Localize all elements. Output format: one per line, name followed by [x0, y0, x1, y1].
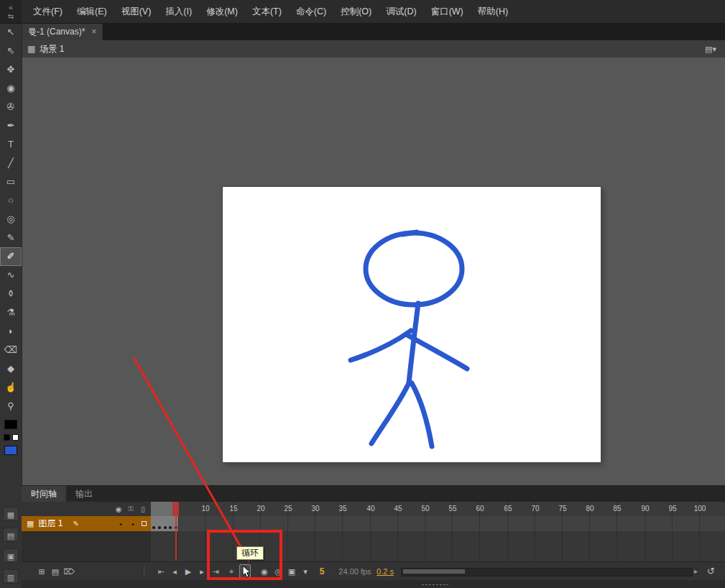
ink-bottle-tool[interactable]: ⚗: [0, 303, 22, 322]
onion-outline-button[interactable]: ◎: [272, 564, 284, 578]
timeline-scrollbar[interactable]: [401, 568, 693, 576]
layer-name[interactable]: 图层 1: [38, 518, 63, 530]
menu-control[interactable]: 控制(O): [333, 0, 379, 23]
timeline-tabs: 时间轴 输出: [22, 486, 725, 502]
ruler-frame-number: 35: [336, 505, 349, 513]
outline-column-icon[interactable]: ▯: [139, 505, 147, 513]
edit-multiple-frames-button[interactable]: ▣: [286, 564, 297, 578]
line-tool[interactable]: ╱: [0, 154, 22, 173]
menu-commands[interactable]: 命令(C): [289, 0, 333, 23]
tool-icon: ✎: [7, 232, 15, 243]
gradient-transform-tool[interactable]: ◉: [0, 79, 22, 98]
keyframe-dot: [158, 526, 161, 529]
edit-scene-icon[interactable]: ▤▾: [705, 45, 716, 54]
delete-layer-button[interactable]: ⌦: [63, 564, 75, 578]
frame-rate-value[interactable]: 24.00 fps: [333, 562, 377, 581]
step-back-button[interactable]: ◂: [169, 564, 180, 578]
new-layer-button[interactable]: ⊞: [36, 564, 47, 578]
oval-primitive-tool[interactable]: ◎: [0, 210, 22, 229]
default-colors-icon[interactable]: [4, 434, 19, 441]
selection-tool[interactable]: ↖: [0, 23, 22, 42]
menu-insert[interactable]: 插入(I): [158, 0, 199, 23]
align-panel-icon[interactable]: ▣: [3, 548, 19, 563]
ruler-frame-number: 15: [227, 505, 240, 513]
scene-breadcrumb[interactable]: 场景 1: [40, 43, 64, 55]
collapse-dock-icon[interactable]: «: [9, 4, 13, 12]
paint-bucket-tool[interactable]: ⚱: [0, 285, 22, 303]
tool-icon: ☝: [5, 382, 17, 392]
brush-tool[interactable]: ✐: [0, 247, 22, 266]
ruler-frame-number: 60: [474, 505, 486, 513]
lock-column-icon[interactable]: ⚿: [127, 505, 134, 513]
lasso-tool[interactable]: ✇: [0, 98, 22, 116]
stage[interactable]: [223, 187, 601, 462]
reset-timeline-zoom-icon[interactable]: ↺: [707, 562, 715, 581]
step-forward-button[interactable]: ▸: [196, 564, 208, 578]
fill-color-swatch[interactable]: [4, 446, 17, 455]
layer-frames-track[interactable]: [151, 516, 725, 531]
tool-icon: ⚲: [7, 400, 14, 411]
menu-edit[interactable]: 编辑(E): [70, 0, 114, 23]
workspace-toggle-icon[interactable]: ⇆: [8, 12, 14, 20]
show-hide-column-icon[interactable]: ◉: [115, 505, 122, 513]
modify-markers-button[interactable]: ▾: [300, 564, 311, 578]
keyframe-dot: [152, 526, 155, 529]
rectangle-tool[interactable]: ▭: [0, 173, 22, 191]
document-tab[interactable]: 曼-1 (Canvas)* ×: [22, 23, 103, 40]
library-panel-icon[interactable]: ▥: [3, 569, 19, 584]
layer-visible-dot[interactable]: •: [117, 520, 124, 528]
menu-window[interactable]: 窗口(W): [424, 0, 471, 23]
menu-debug[interactable]: 调试(D): [379, 0, 423, 23]
menu-file[interactable]: 文件(F): [26, 0, 70, 23]
tool-icon: ◗: [8, 326, 14, 336]
width-tool[interactable]: ◆: [0, 359, 22, 378]
eraser-tool[interactable]: ⌫: [0, 341, 22, 359]
free-transform-tool[interactable]: ✥: [0, 60, 22, 79]
menu-text[interactable]: 文本(T): [245, 0, 289, 23]
oval-tool[interactable]: ○: [0, 191, 22, 210]
color-panel-icon[interactable]: ▦: [3, 507, 19, 521]
tool-icon: ✇: [7, 101, 15, 112]
tool-icon: ╱: [8, 157, 14, 168]
menu-help[interactable]: 帮助(H): [471, 0, 515, 23]
ruler-frame-number: 45: [392, 505, 405, 513]
layer-row-info[interactable]: ▦ 图层 1 ✎ • •: [22, 516, 151, 531]
eyedropper-tool[interactable]: ◗: [0, 322, 22, 341]
timeline-scrollbar-thumb[interactable]: [403, 569, 465, 574]
onion-skin-button[interactable]: ◉: [259, 564, 270, 578]
dock-corner: «⇆: [0, 0, 22, 23]
edit-bar: ▦ 场景 1 ▤▾: [22, 40, 725, 58]
stick-figure-drawing: [223, 187, 601, 462]
ruler-frame-number: 80: [583, 505, 596, 513]
loop-button[interactable]: ↻: [239, 564, 251, 578]
menu-modify[interactable]: 修改(M): [199, 0, 245, 23]
frame-view-buttons: ⌖↻: [226, 564, 251, 578]
subselection-tool[interactable]: ⇖: [0, 42, 22, 60]
play-button[interactable]: ▶: [183, 564, 194, 578]
pen-tool[interactable]: ✒: [0, 116, 22, 135]
first-frame-button[interactable]: ⇤: [155, 564, 167, 578]
menu-view[interactable]: 视图(V): [114, 0, 159, 23]
pencil-tool[interactable]: ✎: [0, 229, 22, 247]
layer-lock-dot[interactable]: •: [129, 520, 137, 528]
zoom-tool[interactable]: ⚲: [0, 397, 22, 415]
layer-list-empty-area: [22, 531, 151, 561]
swatches-panel-icon[interactable]: ▤: [3, 528, 19, 542]
timeline-layer-row: ▦ 图层 1 ✎ • •: [22, 516, 725, 531]
ruler-frame-number: 90: [639, 505, 652, 513]
center-frame-button[interactable]: ⌖: [226, 564, 237, 578]
tab-timeline[interactable]: 时间轴: [22, 486, 66, 502]
tool-icon: ▭: [6, 176, 15, 187]
frame-ruler[interactable]: 101520253035404550556065707580859095100: [151, 502, 725, 517]
new-folder-button[interactable]: ▤: [50, 564, 61, 578]
hand-tool[interactable]: ☝: [0, 378, 22, 397]
tab-output[interactable]: 输出: [66, 486, 102, 502]
last-frame-button[interactable]: ⇥: [210, 564, 221, 578]
scroll-right-icon[interactable]: ▸: [694, 562, 698, 581]
layer-outline-color-chip[interactable]: [142, 521, 147, 526]
close-tab-icon[interactable]: ×: [91, 27, 96, 37]
panel-resize-grip[interactable]: [22, 580, 725, 588]
stroke-color-swatch[interactable]: [4, 420, 17, 429]
text-tool[interactable]: T: [0, 135, 22, 154]
bone-tool[interactable]: ∿: [0, 266, 22, 285]
